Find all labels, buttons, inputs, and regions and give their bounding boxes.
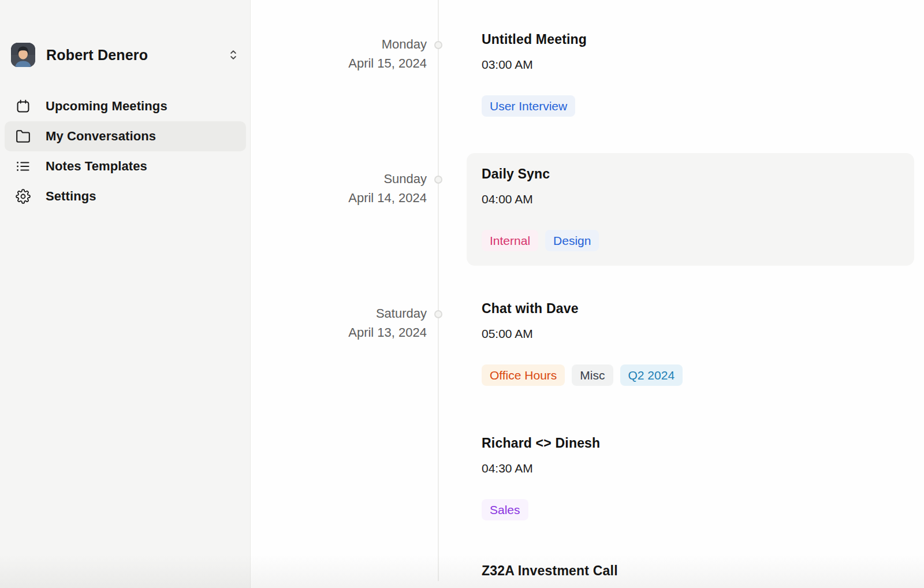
meeting-time: 03:00 AM xyxy=(482,58,533,72)
user-menu[interactable]: Robert Denero xyxy=(11,42,241,68)
timeline-row: Richard <> Dinesh 04:30 AM Sales xyxy=(251,421,924,536)
meeting-tags: User Interview xyxy=(482,95,575,117)
meeting-title: Daily Sync xyxy=(482,166,550,182)
sidebar-item-settings[interactable]: Settings xyxy=(5,181,246,211)
timeline-date: Monday April 15, 2024 xyxy=(251,35,427,73)
tag-badge: User Interview xyxy=(482,95,575,117)
timeline-date-label: April 13, 2024 xyxy=(251,323,427,342)
list-icon xyxy=(16,159,31,174)
sidebar: Robert Denero Upcoming Meetings My Conve… xyxy=(0,0,251,588)
timeline-date-label: April 14, 2024 xyxy=(251,188,427,207)
sidebar-item-upcoming-meetings[interactable]: Upcoming Meetings xyxy=(5,91,246,121)
timeline-date-label: April 15, 2024 xyxy=(251,54,427,73)
timeline-row: Sunday April 14, 2024 Daily Sync 04:00 A… xyxy=(251,152,924,267)
tag-badge: Office Hours xyxy=(482,364,565,386)
timeline-day-label: Sunday xyxy=(251,169,427,188)
tag-badge: Internal xyxy=(482,230,538,251)
meeting-time: 04:30 AM xyxy=(482,462,533,475)
timeline-day-label: Saturday xyxy=(251,304,427,323)
tag-badge: Misc xyxy=(572,364,613,386)
tag-badge: Q2 2024 xyxy=(620,364,683,386)
sidebar-item-label: Notes Templates xyxy=(46,159,147,174)
timeline-row: Monday April 15, 2024 Untitled Meeting 0… xyxy=(251,17,924,132)
sidebar-item-label: My Conversations xyxy=(46,129,156,144)
meeting-time: 05:00 AM xyxy=(482,327,533,341)
tag-badge: Design xyxy=(545,230,599,251)
sidebar-item-label: Settings xyxy=(46,189,96,204)
timeline-dot xyxy=(434,310,442,318)
user-name: Robert Denero xyxy=(46,47,226,64)
meeting-title: Chat with Dave xyxy=(482,301,579,317)
meeting-time: 04:00 AM xyxy=(482,192,533,206)
meeting-card[interactable]: Chat with Dave 05:00 AM Office Hours Mis… xyxy=(467,288,914,400)
folder-icon xyxy=(16,129,31,144)
avatar xyxy=(11,43,35,67)
meeting-title: Z32A Investment Call xyxy=(482,563,618,579)
timeline-dot xyxy=(434,41,442,49)
gear-icon xyxy=(16,189,31,204)
meetings-app: Robert Denero Upcoming Meetings My Conve… xyxy=(0,0,924,588)
timeline-dot xyxy=(434,176,442,184)
conversations-timeline: Monday April 15, 2024 Untitled Meeting 0… xyxy=(251,0,924,588)
chevron-up-down-icon[interactable] xyxy=(226,45,241,65)
timeline-row: Saturday April 13, 2024 Chat with Dave 0… xyxy=(251,286,924,401)
timeline-date: Sunday April 14, 2024 xyxy=(251,169,427,207)
sidebar-item-label: Upcoming Meetings xyxy=(46,99,167,114)
timeline-day-label: Monday xyxy=(251,35,427,54)
sidebar-nav: Upcoming Meetings My Conversations Notes… xyxy=(5,91,246,211)
meeting-title: Richard <> Dinesh xyxy=(482,436,600,451)
meeting-card[interactable]: Daily Sync 04:00 AM Internal Design xyxy=(467,153,914,266)
tag-badge: Sales xyxy=(482,499,528,520)
meeting-card[interactable]: Richard <> Dinesh 04:30 AM Sales xyxy=(467,422,914,535)
sidebar-item-my-conversations[interactable]: My Conversations xyxy=(5,121,246,151)
meeting-card[interactable]: Z32A Investment Call xyxy=(467,550,914,588)
calendar-icon xyxy=(16,99,31,114)
sidebar-item-notes-templates[interactable]: Notes Templates xyxy=(5,151,246,181)
meeting-title: Untitled Meeting xyxy=(482,32,587,47)
timeline-row: Z32A Investment Call xyxy=(251,549,924,588)
meeting-tags: Internal Design xyxy=(482,230,599,251)
meeting-tags: Office Hours Misc Q2 2024 xyxy=(482,364,683,386)
avatar-photo xyxy=(11,43,35,67)
meeting-tags: Sales xyxy=(482,499,528,520)
timeline-date: Saturday April 13, 2024 xyxy=(251,304,427,342)
meeting-card[interactable]: Untitled Meeting 03:00 AM User Interview xyxy=(467,18,914,131)
